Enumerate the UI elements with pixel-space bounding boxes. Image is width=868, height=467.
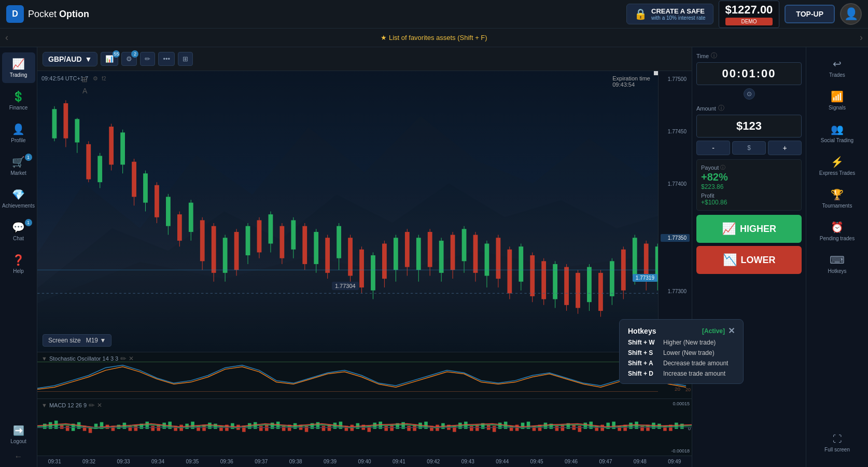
create-safe-button[interactable]: 🔒 CREATE A SAFE with a 10% interest rate bbox=[626, 4, 713, 24]
trades-icon: ↩ bbox=[833, 58, 842, 70]
macd-edit-icon[interactable]: ✏ bbox=[89, 401, 95, 409]
svg-rect-73 bbox=[439, 241, 444, 273]
stochastic-collapse-icon[interactable]: ▼ bbox=[41, 355, 47, 362]
time-label: Time ⓘ bbox=[696, 51, 802, 60]
sidebar-item-market[interactable]: 🛒 1 Market bbox=[2, 150, 35, 181]
right-item-tournaments[interactable]: 🏆 Tournaments bbox=[809, 183, 866, 214]
demo-badge: DEMO bbox=[725, 18, 773, 25]
avatar[interactable]: 👤 bbox=[840, 3, 862, 25]
hotkey-action-1: Lower (New trade) bbox=[663, 349, 715, 356]
time-display: 00:01:00 bbox=[696, 62, 802, 85]
minimap-icon[interactable]: ⊞ bbox=[81, 75, 88, 84]
price-scale: 1.77500 1.77450 1.77400 1.77350 1.77300 … bbox=[658, 71, 692, 352]
pair-selector[interactable]: GBP/AUD ▼ bbox=[43, 52, 97, 66]
sidebar-item-finance[interactable]: 💲 Finance bbox=[2, 85, 35, 116]
chart-type-button[interactable]: 📊 55 bbox=[101, 52, 118, 66]
stochastic-chart: 80 20 bbox=[37, 352, 692, 399]
screen-size-selector[interactable]: Screen size M19 ▼ bbox=[43, 334, 111, 347]
more-button[interactable]: ••• bbox=[158, 52, 175, 66]
time-tick-7: 09:38 bbox=[278, 459, 313, 464]
svg-rect-144 bbox=[191, 422, 194, 429]
draw-icon: ✏ bbox=[145, 55, 150, 63]
svg-rect-37 bbox=[234, 232, 239, 270]
social-label: Social Trading bbox=[821, 138, 853, 143]
svg-rect-192 bbox=[464, 422, 468, 429]
right-item-express[interactable]: ⚡ Express Trades bbox=[809, 150, 866, 181]
time-tick-11: 09:42 bbox=[416, 459, 451, 464]
logout-button[interactable]: ➡️ Logout bbox=[8, 421, 29, 448]
stochastic-close-icon[interactable]: ✕ bbox=[129, 355, 134, 362]
time-tick-18: 09:49 bbox=[657, 459, 692, 464]
time-tick-9: 09:40 bbox=[347, 459, 382, 464]
collapse-sidebar-button[interactable]: ← bbox=[8, 450, 29, 463]
right-item-social[interactable]: 👥 Social Trading bbox=[809, 118, 866, 148]
hotkey-key-1: Shift + S bbox=[628, 349, 659, 356]
sidebar-item-profile[interactable]: 👤 Profile bbox=[2, 118, 35, 148]
svg-rect-164 bbox=[305, 426, 309, 432]
logo-icon: D bbox=[6, 5, 24, 23]
svg-rect-95 bbox=[564, 267, 569, 305]
currency-selector[interactable]: $ bbox=[732, 141, 766, 155]
svg-rect-85 bbox=[507, 250, 512, 294]
sidebar-item-help[interactable]: ❓ Help bbox=[2, 249, 35, 279]
favbar-next-button[interactable]: › bbox=[860, 32, 863, 43]
text-tool-icon[interactable]: A bbox=[82, 87, 87, 95]
chat-icon: 💬 bbox=[12, 221, 25, 233]
svg-rect-39 bbox=[246, 226, 250, 255]
payout-label: Payout ⓘ +82% $223.86 bbox=[701, 164, 728, 190]
macd-close-icon[interactable]: ✕ bbox=[97, 402, 102, 409]
time-section: Time ⓘ 00:01:00 ⊙ bbox=[696, 51, 802, 100]
fullscreen-label: Full screen bbox=[824, 447, 850, 452]
macd-collapse-icon[interactable]: ▼ bbox=[41, 402, 47, 408]
hotkeys-close-button[interactable]: ✕ bbox=[728, 326, 735, 336]
right-item-signals[interactable]: 📶 Signals bbox=[809, 85, 866, 116]
tournaments-label: Tournaments bbox=[822, 203, 852, 209]
lower-button[interactable]: 📉 LOWER bbox=[696, 246, 802, 274]
amount-plus-button[interactable]: + bbox=[768, 141, 802, 155]
profit-amount: +$100.86 bbox=[701, 199, 797, 206]
svg-rect-77 bbox=[462, 229, 467, 261]
hotkeys-label: Hotkeys bbox=[828, 268, 846, 274]
sidebar-help-label: Help bbox=[13, 268, 24, 274]
hotkey-row-1: Shift + S Lower (New trade) bbox=[628, 349, 735, 356]
right-item-hotkeys[interactable]: ⌨ Hotkeys bbox=[809, 249, 866, 279]
right-item-pending[interactable]: ⏰ Pending trades bbox=[809, 216, 866, 246]
more-icon: ••• bbox=[163, 55, 170, 63]
sidebar-item-achievements[interactable]: 💎 Achievements bbox=[2, 183, 35, 214]
fullscreen-button[interactable]: ⛶ Full screen bbox=[809, 429, 866, 458]
expiration-time: 09:43:54 bbox=[612, 81, 650, 88]
hotkey-row-3: Shift + D Increase trade amount bbox=[628, 370, 735, 377]
svg-rect-101 bbox=[598, 273, 603, 311]
candlestick-chart bbox=[37, 71, 692, 352]
favbar-prev-button[interactable]: ‹ bbox=[5, 32, 8, 43]
hotkey-key-0: Shift + W bbox=[628, 339, 659, 346]
stochastic-edit-icon[interactable]: ✏ bbox=[120, 354, 127, 363]
sidebar-item-trading[interactable]: 📈 Trading bbox=[2, 52, 35, 83]
time-control: ⊙ bbox=[696, 88, 802, 100]
amount-title: Amount bbox=[696, 105, 716, 112]
svg-rect-137 bbox=[151, 426, 155, 431]
topup-button[interactable]: TOP-UP bbox=[785, 5, 835, 23]
chart-area: GBP/AUD ▼ 📊 55 ⚙ 2 ✏ ••• ⊞ bbox=[37, 47, 692, 467]
signals-label: Signals bbox=[829, 105, 846, 111]
layout-button[interactable]: ⊞ bbox=[178, 52, 193, 66]
svg-rect-33 bbox=[212, 226, 216, 273]
indicators-button[interactable]: ⚙ 2 bbox=[121, 52, 137, 66]
chart-settings-icon: ⚙ bbox=[93, 75, 98, 81]
time-adjust-button[interactable]: ⊙ bbox=[744, 88, 755, 100]
time-tick-16: 09:47 bbox=[589, 459, 623, 464]
macd-label: ▼ MACD 12 26 9 ✏ ✕ bbox=[41, 401, 102, 409]
payout-text: Payout bbox=[701, 164, 719, 171]
time-tick-0: 09:31 bbox=[37, 459, 72, 464]
higher-button[interactable]: 📈 HIGHER bbox=[696, 215, 802, 243]
svg-rect-167 bbox=[322, 426, 326, 431]
svg-rect-17 bbox=[120, 132, 125, 164]
draw-button[interactable]: ✏ bbox=[140, 52, 155, 66]
svg-rect-79 bbox=[473, 235, 478, 273]
layout-icon: ⊞ bbox=[183, 55, 188, 63]
amount-minus-button[interactable]: - bbox=[696, 141, 730, 155]
pair-label: GBP/AUD bbox=[48, 55, 82, 63]
chart-info: 09:42:54 UTC+1.7 ⚙ f2 bbox=[41, 75, 106, 82]
sidebar-item-chat[interactable]: 💬 1 Chat bbox=[2, 216, 35, 246]
right-item-trades[interactable]: ↩ Trades bbox=[809, 52, 866, 83]
